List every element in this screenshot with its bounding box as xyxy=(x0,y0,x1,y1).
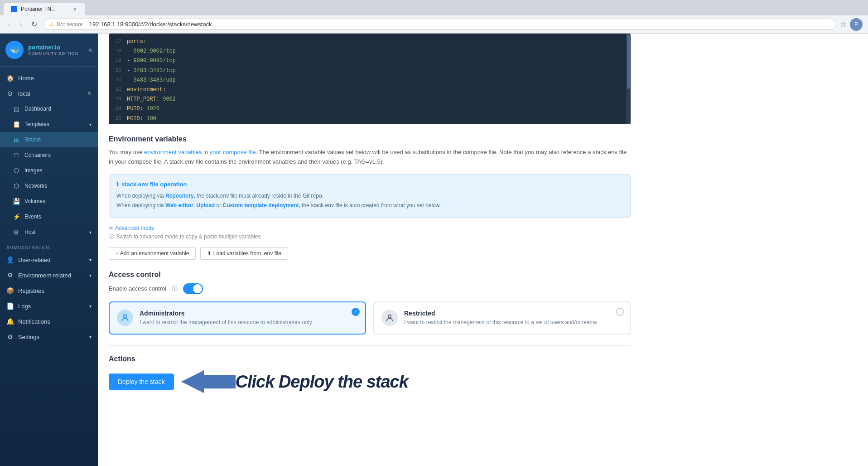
stacks-icon: ⊞ xyxy=(13,136,20,143)
env-section-title: Environment variables xyxy=(109,135,631,143)
sidebar-collapse-button[interactable]: « xyxy=(88,46,92,54)
browser-tabs: Portainer | N... ✕ xyxy=(0,0,868,15)
env-section-desc: You may use environment variables in you… xyxy=(109,148,631,167)
sidebar-item-settings[interactable]: ⚙ Settings ▾ xyxy=(0,329,98,345)
custom-template-link: Custom template deployment xyxy=(223,202,299,209)
sidebar-item-stacks[interactable]: ⊞ Stacks xyxy=(0,132,98,147)
volumes-icon: 💾 xyxy=(13,198,20,205)
access-control-toggle[interactable] xyxy=(183,283,203,294)
networks-label: Networks xyxy=(24,183,47,189)
code-line-20: 20 - 3483:3483/tcp xyxy=(109,66,631,76)
code-line-21: 21 - 3483:3483/udp xyxy=(109,76,631,85)
sidebar-item-env-related[interactable]: ⚙ Environment-related ▾ xyxy=(0,267,98,283)
info-box-text: When deploying via Repository, the stack… xyxy=(116,191,623,211)
admin-card-title: Administrators xyxy=(140,310,312,317)
host-icon: 🖥 xyxy=(13,228,20,236)
back-button[interactable]: ‹ xyxy=(5,19,13,29)
forward-button[interactable]: › xyxy=(17,19,24,29)
home-icon: 🏠 xyxy=(6,74,14,82)
code-line-23: 23 HTTP_PORT: 9002 xyxy=(109,95,631,104)
sidebar-item-notifications[interactable]: 🔔 Notifications xyxy=(0,314,98,329)
env-related-label: Environment-related xyxy=(18,272,71,279)
access-section-title: Access control xyxy=(109,271,631,279)
sidebar-item-local[interactable]: ⊙ local ✕ xyxy=(0,86,98,101)
admin-radio xyxy=(352,308,360,316)
code-line-22: 22 environment: xyxy=(109,85,631,95)
env-info-box: ℹ stack.env file operation When deployin… xyxy=(109,174,631,218)
code-line-24: 24 PUID: 1026 xyxy=(109,104,631,114)
profile-button[interactable]: P xyxy=(850,18,863,31)
sidebar-item-networks[interactable]: ⬡ Networks xyxy=(0,178,98,194)
tab-close-button[interactable]: ✕ xyxy=(72,6,78,12)
env-icon: ⚙ xyxy=(6,272,14,279)
advanced-mode-hint: ⓘ Switch to advanced mode to copy & past… xyxy=(109,233,631,241)
sidebar: 🐳 portainer.io COMMUNITY EDITION « 🏠 Hom… xyxy=(0,34,98,466)
enable-access-label: Enable access control xyxy=(109,285,166,292)
sidebar-item-containers[interactable]: □ Containers xyxy=(0,147,98,163)
browser-toolbar: ‹ › ↻ ⚠ Not secure 192.168.1.18:9000/#/2… xyxy=(0,15,868,34)
security-icon: ⚠ xyxy=(49,21,54,27)
tab-favicon xyxy=(11,6,17,12)
host-label: Host xyxy=(24,229,36,235)
address-bar[interactable]: ⚠ Not secure 192.168.1.18:9000/#/2/docke… xyxy=(43,19,836,30)
templates-label: Templates xyxy=(24,121,49,127)
refresh-button[interactable]: ↻ xyxy=(29,19,40,29)
sidebar-item-volumes[interactable]: 💾 Volumes xyxy=(0,194,98,209)
svg-point-0 xyxy=(124,315,127,318)
registries-icon: 📦 xyxy=(6,287,14,294)
containers-label: Containers xyxy=(24,152,51,158)
info-circle-icon: ⓘ xyxy=(109,233,114,241)
add-env-variable-button[interactable]: + Add an environment variable xyxy=(109,247,196,260)
settings-icon: ⚙ xyxy=(6,333,14,340)
images-label: Images xyxy=(24,167,42,174)
code-line-17: 17 ports: xyxy=(109,37,631,47)
home-label: Home xyxy=(18,75,34,82)
advanced-hint-text: Switch to advanced mode to copy & paste … xyxy=(116,233,261,240)
deploy-stack-button[interactable]: Deploy the stack xyxy=(109,374,174,390)
svg-point-1 xyxy=(388,315,391,318)
restricted-access-card[interactable]: Restricted I want to restrict the manage… xyxy=(373,301,631,335)
main-content: 17 ports: 18 - 9002:9002/tcp 19 - 9090:9… xyxy=(98,34,868,466)
events-icon: ⚡ xyxy=(13,213,20,220)
logs-label: Logs xyxy=(18,303,31,310)
bookmark-button[interactable]: ☆ xyxy=(840,20,846,29)
sidebar-item-registries[interactable]: 📦 Registries xyxy=(0,283,98,298)
sidebar-item-user-related[interactable]: 👤 User-related ▾ xyxy=(0,252,98,267)
restricted-radio xyxy=(616,308,624,316)
repo-link: Repository xyxy=(165,193,194,199)
local-close-button[interactable]: ✕ xyxy=(87,90,92,97)
env-link[interactable]: environment variables in your compose fi… xyxy=(144,149,256,155)
actions-section: Actions Deploy the stack Click Deploy th… xyxy=(109,345,631,393)
sidebar-item-events[interactable]: ⚡ Events xyxy=(0,209,98,224)
annotation-text: Click Deploy the stack xyxy=(236,373,408,390)
access-control-row: Enable access control ⓘ xyxy=(109,283,631,294)
code-editor: 17 ports: 18 - 9002:9002/tcp 19 - 9090:9… xyxy=(109,34,631,124)
settings-label: Settings xyxy=(18,334,39,340)
admin-card-icon xyxy=(117,310,133,326)
logo-sub: COMMUNITY EDITION xyxy=(28,51,78,56)
deploy-area: Deploy the stack Click Deploy the stack xyxy=(109,370,631,393)
content-area: 17 ports: 18 - 9002:9002/tcp 19 - 9090:9… xyxy=(98,34,641,411)
advanced-mode-link[interactable]: ✏ Advanced mode xyxy=(109,225,631,231)
local-icon: ⊙ xyxy=(6,90,14,97)
sidebar-item-host[interactable]: 🖥 Host ▾ xyxy=(0,224,98,240)
stacks-label: Stacks xyxy=(24,136,41,143)
active-tab[interactable]: Portainer | N... ✕ xyxy=(4,3,85,15)
sidebar-item-logs[interactable]: 📄 Logs ▾ xyxy=(0,298,98,314)
sidebar-item-home[interactable]: 🏠 Home xyxy=(0,70,98,86)
code-scroll-area[interactable]: 17 ports: 18 - 9002:9002/tcp 19 - 9090:9… xyxy=(109,34,631,124)
sidebar-item-templates[interactable]: 📋 Templates ▾ xyxy=(0,116,98,132)
sidebar-item-images[interactable]: ⬡ Images xyxy=(0,163,98,178)
user-related-chevron: ▾ xyxy=(89,257,92,262)
user-icon: 👤 xyxy=(6,256,14,263)
edit-icon: ✏ xyxy=(109,225,113,231)
sidebar-item-dashboard[interactable]: ▤ Dashboard xyxy=(0,101,98,116)
events-label: Events xyxy=(24,214,41,220)
load-env-file-button[interactable]: ⬆ Load variables from .env file xyxy=(200,247,288,260)
code-scroll-thumb xyxy=(627,34,630,89)
logs-chevron: ▾ xyxy=(89,304,92,309)
logs-icon: 📄 xyxy=(6,302,14,310)
restricted-card-desc: I want to restrict the management of thi… xyxy=(404,319,597,326)
admin-access-card[interactable]: Administrators I want to restrict the ma… xyxy=(109,301,366,335)
code-scrollbar[interactable] xyxy=(626,34,631,124)
